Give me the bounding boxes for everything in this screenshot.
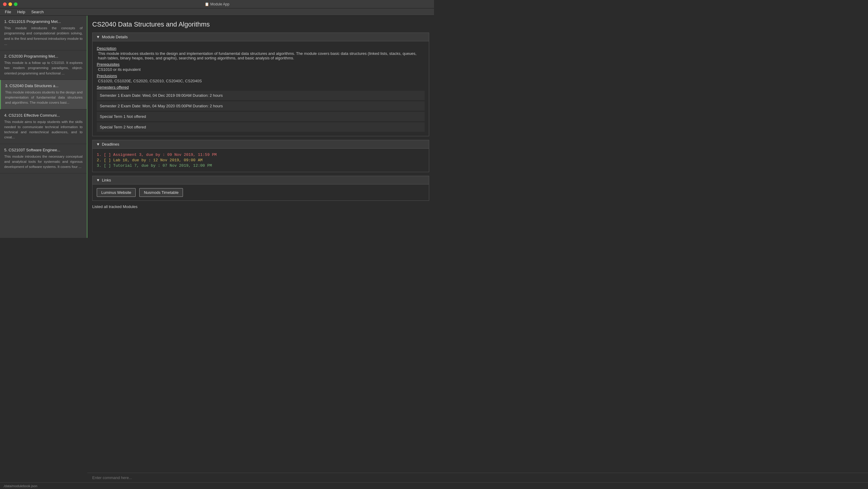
deadline-item-1: 2. [ ] Lab 10, due by : 12 Nov 2019, 09:… [97,158,425,162]
collapse-icon-deadlines: ▼ [96,142,100,147]
title-icon: 📋 [205,2,209,6]
section-module-details: ▼ Module Details Description This module… [92,33,429,136]
collapse-icon-links: ▼ [96,178,100,182]
semester-row-3: Special Term 2 Not offered [97,122,425,132]
semester-row-0: Semester 1 Exam Date: Wed, 04 Dec 2019 0… [97,91,425,100]
section-header-module-details[interactable]: ▼ Module Details [93,33,429,41]
section-title-links: Links [102,178,111,182]
semester-row-1: Semester 2 Exam Date: Mon, 04 May 2020 0… [97,101,425,111]
close-button[interactable] [3,2,7,6]
deadlines-content: 1. [ ] Assignment 3, due by : 09 Nov 201… [93,149,429,172]
sidebar-item-1[interactable]: 2. CS2030 Programming Met... This module… [0,50,87,80]
deadline-item-2: 3. [ ] Tutorial 7, due by : 07 Nov 2019,… [97,163,425,168]
sidebar-item-title-2: 3. CS2040 Data Structures a... [5,84,83,88]
section-links: ▼ Links Luminus Website Nusmods Timetabl… [92,176,429,201]
links-content: Luminus Website Nusmods Timetable [93,184,429,201]
section-header-links[interactable]: ▼ Links [93,176,429,184]
titlebar: 📋 Module App [0,0,434,8]
deadline-item-0: 1. [ ] Assignment 3, due by : 09 Nov 201… [97,153,425,157]
description-value: This module introduces students to the d… [97,51,425,60]
preclusions-value: CS1020, CS1020E, CS2020, CS2010, CS2040C… [97,79,425,83]
window-controls [3,2,18,6]
prerequisites-label: Prerequisites [97,62,425,67]
luminus-website-button[interactable]: Luminus Website [97,188,135,197]
sidebar-item-title-0: 1. CS1101S Programming Met... [4,19,83,24]
content-area: CS2040 Data Structures and Algorithms ▼ … [87,16,434,238]
sidebar-item-title-4: 5. CS2103T Software Enginee... [4,148,83,152]
sidebar-item-2[interactable]: 3. CS2040 Data Structures a... This modu… [0,80,87,110]
title-text: Module App [210,2,229,6]
section-deadlines: ▼ Deadlines 1. [ ] Assignment 3, due by … [92,140,429,172]
main-layout: 1. CS1101S Programming Met... This modul… [0,16,434,238]
sidebar-item-4[interactable]: 5. CS2103T Software Enginee... This modu… [0,144,87,174]
description-label: Description [97,46,425,51]
sidebar-item-desc-2: This module introduces students to the d… [5,90,83,105]
collapse-icon: ▼ [96,35,100,39]
sidebar-item-3[interactable]: 4. CS2101 Effective Communi... This modu… [0,110,87,144]
sidebar-item-desc-4: This module introduces the necessary con… [4,154,83,170]
sidebar-item-desc-0: This module introduces the concepts of p… [4,26,83,47]
menubar: File Help Search [0,8,434,16]
menu-help[interactable]: Help [15,9,28,15]
sidebar-item-desc-3: This module aims to equip students with … [4,119,83,140]
listed-all-message: Listed all tracked Modules [92,205,429,209]
nusmods-timetable-button[interactable]: Nusmods Timetable [139,188,183,197]
section-title-deadlines: Deadlines [102,142,119,147]
menu-search[interactable]: Search [29,9,46,15]
sidebar-item-title-3: 4. CS2101 Effective Communi... [4,113,83,118]
menu-file[interactable]: File [2,9,13,15]
sidebar-item-0[interactable]: 1. CS1101S Programming Met... This modul… [0,16,87,50]
section-header-deadlines[interactable]: ▼ Deadlines [93,140,429,149]
window-title: 📋 Module App [205,2,229,6]
semesters-label: Semesters offered [97,85,425,90]
module-title: CS2040 Data Structures and Algorithms [92,21,429,28]
semester-row-2: Special Term 1 Not offered [97,112,425,121]
prerequisites-value: CS1010 or its equivalent [97,67,425,72]
minimize-button[interactable] [8,2,12,6]
sidebar-item-desc-1: This module is a follow up to CS1010. It… [4,60,83,76]
sidebar: 1. CS1101S Programming Met... This modul… [0,16,87,238]
section-title-module-details: Module Details [102,35,128,39]
sidebar-item-title-1: 2. CS2030 Programming Met... [4,54,83,59]
module-details-content: Description This module introduces stude… [93,41,429,136]
preclusions-label: Preclusions [97,73,425,78]
maximize-button[interactable] [14,2,18,6]
